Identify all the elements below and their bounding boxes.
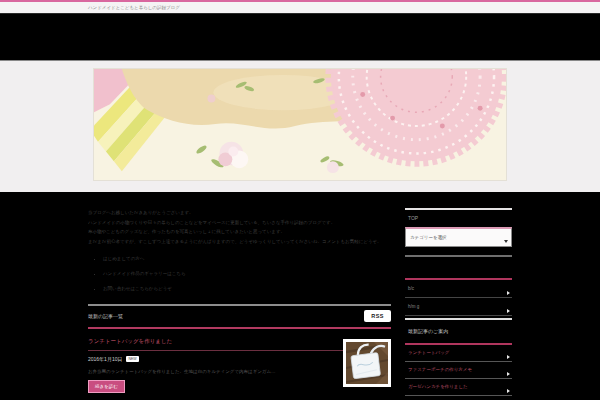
intro-line: 当ブログへお越しいただきありがとうございます。 — [88, 208, 391, 218]
sidebar-spacer — [405, 257, 512, 278]
recent-post-link[interactable]: ファスナーポーチの作り方メモ — [405, 362, 512, 379]
post-excerpt: お弁当用のランチトートバッグを作りました。生地は白のキルティングで内布はギンガム… — [88, 369, 336, 374]
nav-item-label: h/m g — [408, 304, 419, 309]
divider — [405, 316, 512, 320]
recent-post-label: ガーゼハンカチを作りました — [408, 384, 468, 389]
pages-widget: TOP カテゴリーを選択 — [405, 208, 512, 257]
main-column: 当ブログへお越しいただきありがとうございます。 ハンドメイドの小物づくりや日々の… — [88, 192, 391, 396]
post-thumbnail[interactable] — [343, 339, 391, 387]
sidebar-nav-item[interactable]: b/c — [405, 280, 512, 298]
intro-list-item[interactable]: お問い合わせはこちらからどうぞ — [103, 286, 391, 291]
intro-line: 布小物やこどものグッズなど、作ったものを写真といっしょに残していきたいと思ってい… — [88, 227, 391, 237]
rss-button[interactable]: RSS — [364, 310, 391, 322]
pages-widget-title: TOP — [408, 215, 512, 221]
chevron-right-icon — [507, 389, 510, 393]
recent-post-label: ファスナーポーチの作り方メモ — [408, 367, 472, 372]
recent-widget-title: 最新記事のご案内 — [408, 328, 512, 334]
nav-widget: b/c h/m g — [405, 278, 512, 320]
chevron-right-icon — [507, 372, 510, 376]
header-spacer — [0, 14, 600, 60]
intro-line: ハンドメイドの小物づくりや日々の暮らしのことなどをマイペースに更新している、ちい… — [88, 218, 391, 228]
tote-bag-image — [346, 342, 388, 384]
site-banner-image[interactable] — [93, 68, 507, 181]
intro-link-list: はじめましての方へ ハンドメイド作品のギャラリーはこちら お問い合わせはこちらか… — [103, 256, 391, 291]
recent-posts-widget: 最新記事のご案内 ランチトートバッグ ファスナーポーチの作り方メモ ガーゼハンカ… — [405, 328, 512, 396]
chevron-down-icon — [504, 240, 508, 243]
nav-item-label: b/c — [408, 286, 414, 291]
read-more-button[interactable]: 続きを読む — [88, 380, 125, 393]
recent-post-link[interactable]: ガーゼハンカチを作りました — [405, 379, 512, 396]
intro-list-item[interactable]: はじめましての方へ — [103, 256, 391, 261]
recent-post-label: ランチトートバッグ — [408, 350, 449, 355]
chevron-right-icon — [507, 309, 510, 313]
site-description: ハンドメイドとこどもと暮らしの記録ブログ — [88, 2, 512, 14]
header-band — [0, 60, 600, 192]
post-section-header: 最新の記事一覧 RSS — [88, 304, 391, 329]
category-select-value: カテゴリーを選択 — [410, 235, 447, 240]
top-bar: ハンドメイドとこどもと暮らしの記録ブログ — [0, 2, 600, 14]
recent-post-link[interactable]: ランチトートバッグ — [405, 345, 512, 362]
recent-posts-list: ランチトートバッグ ファスナーポーチの作り方メモ ガーゼハンカチを作りました — [405, 343, 512, 396]
intro-text: 当ブログへお越しいただきありがとうございます。 ハンドメイドの小物づくりや日々の… — [88, 208, 391, 246]
sidebar: TOP カテゴリーを選択 b/c h/m g 最新記事のご案内 ラ — [405, 192, 512, 396]
intro-line: まだまだ初心者ですが、すこしずつ上達できるようにがんばりますので、どうぞゆっくり… — [88, 237, 391, 247]
intro-list-item[interactable]: ハンドメイド作品のギャラリーはこちら — [103, 271, 391, 276]
chevron-right-icon — [507, 291, 510, 295]
content-container: 当ブログへお越しいただきありがとうございます。 ハンドメイドの小物づくりや日々の… — [88, 192, 512, 396]
post-date: 2016年1月10日 — [88, 356, 122, 362]
chevron-right-icon — [507, 355, 510, 359]
section-title: 最新の記事一覧 — [88, 313, 123, 319]
category-select[interactable]: カテゴリーを選択 — [405, 227, 512, 247]
sidebar-nav-item[interactable]: h/m g — [405, 298, 512, 316]
post-entry: ランチトートバッグを作りました — [88, 329, 391, 393]
new-badge: NEW — [126, 356, 138, 362]
